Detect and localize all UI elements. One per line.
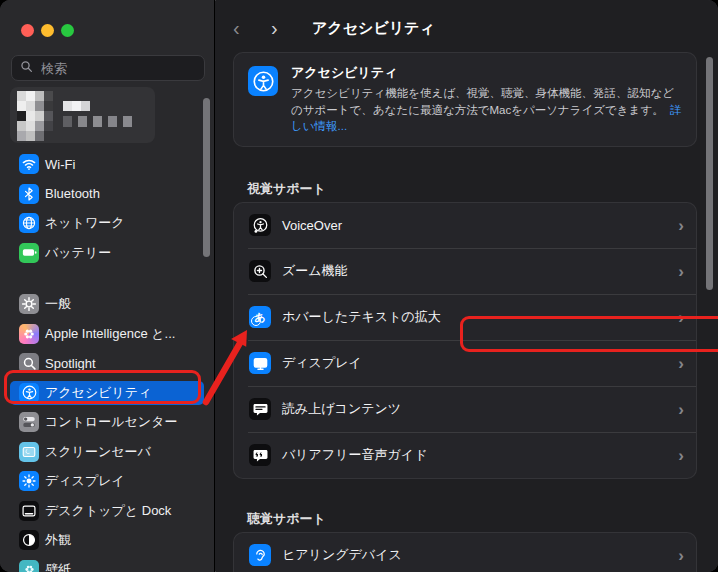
sidebar-item-label: 壁紙: [45, 561, 71, 572]
row-label: ズーム機能: [282, 262, 667, 280]
sidebar-item-battery[interactable]: バッテリー: [10, 241, 204, 265]
sidebar-item-network[interactable]: ネットワーク: [10, 211, 204, 235]
sidebar-item-general[interactable]: 一般: [10, 292, 204, 316]
sidebar-item-wifi[interactable]: Wi-Fi: [10, 152, 204, 176]
hover-text-icon: あ: [249, 306, 271, 328]
magnifier-icon: [19, 353, 39, 373]
sidebar-item-label: コントロールセンター: [45, 413, 177, 431]
sidebar-item-label: 一般: [45, 295, 71, 313]
sidebar-item-desktop-dock[interactable]: デスクトップと Dock: [10, 499, 204, 523]
page-title: アクセシビリティ: [312, 19, 435, 38]
gear-icon: [19, 294, 39, 314]
row-label: バリアフリー音声ガイド: [282, 446, 667, 464]
sidebar-group-gap: [10, 270, 204, 287]
info-card-title: アクセシビリティ: [291, 64, 682, 82]
chevron-right-icon: ›: [678, 217, 684, 234]
display-icon: [249, 352, 271, 374]
screensaver-icon: [19, 442, 39, 462]
zoom-icon: [249, 260, 271, 282]
chevron-right-icon: ›: [678, 263, 684, 280]
close-window-button[interactable]: [21, 24, 34, 37]
wifi-icon: [19, 154, 39, 174]
sidebar-item-label: ディスプレイ: [45, 472, 125, 490]
window-controls: [0, 0, 214, 37]
audio-description-icon: [249, 444, 271, 466]
battery-icon: [19, 243, 39, 263]
avatar: [17, 91, 53, 141]
row-label: 読み上げコンテンツ: [282, 400, 667, 418]
spoken-content-icon: [249, 398, 271, 420]
sidebar-list: Wi-Fi Bluetooth ネットワーク: [10, 152, 204, 572]
sidebar-item-label: バッテリー: [45, 244, 111, 262]
section-title-hearing: 聴覚サポート: [247, 510, 697, 526]
chevron-right-icon: ›: [678, 309, 684, 326]
chevron-right-icon: ›: [678, 447, 684, 464]
forward-button[interactable]: ›: [271, 17, 297, 39]
zoom-window-button[interactable]: [61, 24, 74, 37]
accessibility-icon-large: [248, 66, 278, 96]
sidebar-item-label: Bluetooth: [45, 186, 100, 201]
sidebar-item-appearance[interactable]: 外観: [10, 528, 204, 552]
desktop-dock-icon: [19, 501, 39, 521]
sidebar-item-label: Apple Intelligence と...: [45, 325, 175, 343]
main-scrollbar-thumb[interactable]: [706, 57, 713, 290]
search-field[interactable]: [11, 55, 205, 81]
search-input[interactable]: [39, 60, 219, 77]
system-settings-window: Wi-Fi Bluetooth ネットワーク: [0, 0, 718, 572]
chevron-right-icon: ›: [678, 401, 684, 418]
back-button[interactable]: ‹: [233, 17, 259, 39]
accessibility-icon: [19, 383, 39, 403]
sidebar-item-displays[interactable]: ディスプレイ: [10, 469, 204, 493]
row-spoken-content[interactable]: 読み上げコンテンツ ›: [234, 387, 696, 432]
chevron-right-icon: ›: [678, 547, 684, 564]
row-hearing-devices[interactable]: ヒアリングデバイス ›: [234, 533, 696, 572]
chevron-right-icon: ›: [678, 355, 684, 372]
sidebar-scrollbar-thumb[interactable]: [203, 98, 210, 257]
user-subtitle-redacted: [63, 116, 132, 127]
hearing-support-list: ヒアリングデバイス › オーディオ ›: [233, 532, 697, 572]
sun-icon: [19, 471, 39, 491]
navigation-header: ‹ › アクセシビリティ: [233, 0, 697, 40]
row-audio-descriptions[interactable]: バリアフリー音声ガイド ›: [234, 433, 696, 478]
vision-support-list: VoiceOver › ズーム機能 › あ ホバーしたテキストの: [233, 202, 697, 479]
sidebar-item-label: デスクトップと Dock: [45, 502, 171, 520]
sidebar-item-wallpaper[interactable]: 壁紙: [10, 558, 204, 572]
row-display[interactable]: ディスプレイ ›: [234, 341, 696, 386]
search-icon: [20, 59, 33, 77]
user-name-redacted: [63, 101, 90, 111]
sidebar-item-label: Spotlight: [45, 356, 96, 371]
sidebar-item-apple-intelligence[interactable]: Apple Intelligence と...: [10, 322, 204, 346]
appearance-icon: [19, 530, 39, 550]
sidebar-item-label: アクセシビリティ: [45, 384, 151, 402]
info-card-description: アクセシビリティ機能を使えば、視覚、聴覚、身体機能、発話、認知などのサポートで、…: [291, 85, 682, 135]
ear-icon: [249, 544, 271, 566]
row-hover-text[interactable]: あ ホバーしたテキストの拡大 ›: [234, 295, 696, 340]
sidebar-item-accessibility[interactable]: アクセシビリティ: [10, 381, 204, 405]
main-pane: ‹ › アクセシビリティ アクセシビリティ アクセシビリティ機能を使えば、視覚、…: [216, 0, 718, 572]
row-zoom[interactable]: ズーム機能 ›: [234, 249, 696, 294]
row-label: ディスプレイ: [282, 354, 667, 372]
row-label: ヒアリングデバイス: [282, 546, 667, 564]
voiceover-icon: [249, 214, 271, 236]
sidebar-item-label: スクリーンセーバ: [45, 443, 151, 461]
sidebar-item-spotlight[interactable]: Spotlight: [10, 351, 204, 375]
toggles-icon: [19, 412, 39, 432]
apple-intelligence-icon: [19, 324, 39, 344]
sidebar-item-label: Wi-Fi: [45, 157, 75, 172]
row-voiceover[interactable]: VoiceOver ›: [234, 203, 696, 248]
row-label: ホバーしたテキストの拡大: [282, 308, 667, 326]
user-profile[interactable]: [10, 87, 155, 143]
accessibility-info-card: アクセシビリティ アクセシビリティ機能を使えば、視覚、聴覚、身体機能、発話、認知…: [233, 52, 697, 147]
row-label: VoiceOver: [282, 218, 667, 233]
sidebar-item-screensaver[interactable]: スクリーンセーバ: [10, 440, 204, 464]
bluetooth-icon: [19, 184, 39, 204]
section-title-vision: 視覚サポート: [247, 180, 697, 196]
sidebar-item-label: 外観: [45, 531, 71, 549]
sidebar-item-label: ネットワーク: [45, 214, 125, 232]
sidebar-item-bluetooth[interactable]: Bluetooth: [10, 182, 204, 206]
globe-icon: [19, 213, 39, 233]
sidebar: Wi-Fi Bluetooth ネットワーク: [0, 0, 215, 572]
sidebar-item-control-center[interactable]: コントロールセンター: [10, 410, 204, 434]
wallpaper-icon: [19, 560, 39, 572]
minimize-window-button[interactable]: [41, 24, 54, 37]
